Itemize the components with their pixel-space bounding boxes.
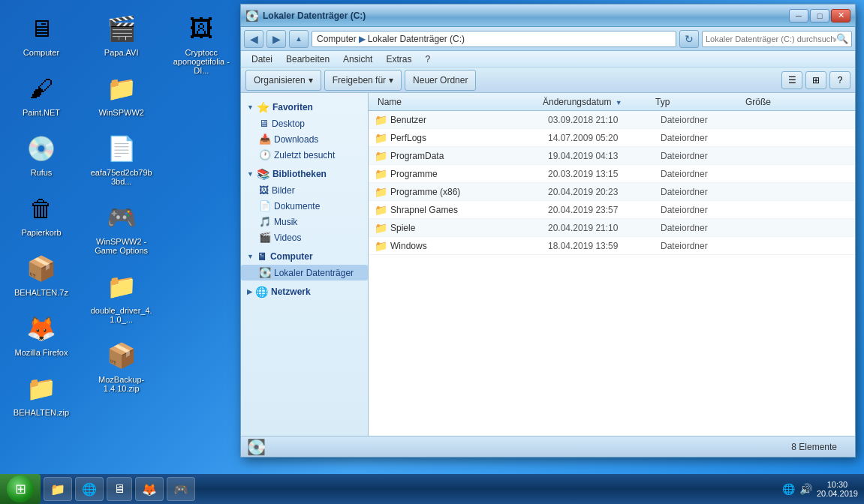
file-name: Benutzer <box>390 115 548 125</box>
nav-item-downloads[interactable]: 📥 Downloads <box>241 131 368 147</box>
taskbar-monitor-icon: 🖥 <box>113 482 125 496</box>
favoriten-expand-icon: ▼ <box>247 104 254 111</box>
tray-clock[interactable]: 10:30 20.04.2019 <box>817 480 858 498</box>
desktop-icon-paintnet[interactable]: 🖌 Paint.NET <box>8 68 75 120</box>
desktop-icon-winspww2[interactable]: 📁 WinSPWW2 <box>88 68 155 120</box>
nav-dokumente-label: Dokumente <box>274 201 320 212</box>
table-row[interactable]: 📁 Windows 18.04.2019 13:59 Dateiordner <box>369 237 855 255</box>
forward-button[interactable]: ▶ <box>266 30 286 48</box>
col-header-name[interactable]: Name <box>375 97 540 107</box>
up-button[interactable]: ▲ <box>289 30 309 48</box>
desktop-icon-winspww2game[interactable]: 🎮 WinSPWW2 - Game Options <box>88 196 155 258</box>
table-row[interactable]: 📁 Benutzer 03.09.2018 21:10 Dateiordner <box>369 111 855 129</box>
mozbackup-icon: 📦 <box>104 338 140 374</box>
view-grid-button[interactable]: ⊞ <box>805 71 826 89</box>
taskbar-item-firefox[interactable]: 🦊 <box>135 477 164 501</box>
new-folder-label: Neuer Ordner <box>413 75 468 86</box>
table-row[interactable]: 📁 Programme (x86) 20.04.2019 20:23 Datei… <box>369 183 855 201</box>
col-header-type[interactable]: Typ <box>652 97 742 107</box>
status-drive: 💽 <box>247 438 266 456</box>
menu-extras[interactable]: Extras <box>380 52 417 66</box>
desktop-icon-papierkorb[interactable]: 🗑 Papierkorb <box>8 188 75 240</box>
taskbar-item-t3[interactable]: 🖥 <box>107 477 132 501</box>
tray-network-icon[interactable]: 🌐 <box>782 483 795 495</box>
col-header-size[interactable]: Größe <box>742 97 817 107</box>
nav-item-lokaler-datentraeger[interactable]: 💽 Lokaler Datenträger <box>241 265 368 280</box>
minimize-button[interactable]: ─ <box>789 9 808 22</box>
bibliotheken-icon: 📚 <box>257 168 269 180</box>
start-orb-icon: ⊞ <box>7 476 34 502</box>
computer-header[interactable]: ▼ 🖥 Computer <box>241 248 368 265</box>
desktop-icon-computer[interactable]: 🖥 Computer <box>8 8 75 60</box>
menu-bearbeiten[interactable]: Bearbeiten <box>280 52 336 66</box>
close-button[interactable]: ✕ <box>831 9 850 22</box>
desktop-icon-label-doubledriver: double_driver_4.1.0_... <box>91 306 152 324</box>
table-row[interactable]: 📁 Shrapnel Games 20.04.2019 23:57 Dateio… <box>369 201 855 219</box>
table-row[interactable]: 📁 Spiele 20.04.2019 21:10 Dateiordner <box>369 219 855 237</box>
search-input[interactable] <box>706 34 836 44</box>
nav-item-desktop[interactable]: 🖥 Desktop <box>241 116 368 131</box>
folder-icon: 📁 <box>375 186 387 198</box>
taskbar-item-explorer[interactable]: 📁 <box>44 477 72 501</box>
netzwerk-header[interactable]: ▶ 🌐 Netzwerk <box>241 284 368 300</box>
desktop-icon-doubledriver[interactable]: 📁 double_driver_4.1.0_... <box>88 266 155 327</box>
table-row[interactable]: 📁 PerfLogs 14.07.2009 05:20 Dateiordner <box>369 129 855 147</box>
rufus-icon: 💿 <box>23 130 59 166</box>
folder-icon: 📁 <box>104 70 140 106</box>
favoriten-header[interactable]: ▼ ⭐ Favoriten <box>241 99 368 116</box>
desktop-icon-eafa75[interactable]: 📄 eafa75ed2cb79b3bd... <box>88 128 155 189</box>
drive-nav-icon: 💽 <box>259 267 271 278</box>
folder-icon: 📁 <box>375 222 387 234</box>
firefox-icon: 🦊 <box>23 310 59 346</box>
netzwerk-label: Netzwerk <box>271 286 311 297</box>
desktop-icon-mozbackup[interactable]: 📦 MozBackup-1.4.10.zip <box>88 334 155 396</box>
desktop-icon-behalten7z[interactable]: 📦 BEHALTEN.7z <box>8 248 75 300</box>
bibliotheken-header[interactable]: ▼ 📚 Bibliotheken <box>241 166 368 182</box>
organize-button[interactable]: Organisieren ▾ <box>245 70 321 91</box>
file-type: Dateiordner <box>661 241 751 251</box>
nav-item-musik[interactable]: 🎵 Musik <box>241 214 368 230</box>
toolbar-right: ☰ ⊞ ? <box>781 71 850 89</box>
folder-icon: 📁 <box>375 132 387 144</box>
file-name: Windows <box>390 241 548 251</box>
taskbar-item-t2[interactable]: 🌐 <box>75 477 104 501</box>
desktop-icon-firefox[interactable]: 🦊 Mozilla Firefox <box>8 308 75 360</box>
breadcrumb-item-computer[interactable]: Computer <box>317 34 357 44</box>
table-row[interactable]: 📁 ProgramData 19.04.2019 04:13 Dateiordn… <box>369 147 855 165</box>
desktop-icon-behaltenzip[interactable]: 📁 BEHALTEN.zip <box>8 368 75 420</box>
folder-icon: 📁 <box>375 204 387 216</box>
back-button[interactable]: ◀ <box>244 30 263 48</box>
help-button[interactable]: ? <box>829 71 850 89</box>
file-list-header: Name Änderungsdatum ▼ Typ Größe <box>369 93 855 111</box>
organize-arrow-icon: ▾ <box>309 75 313 86</box>
file-type: Dateiordner <box>661 115 751 125</box>
nav-item-zuletzt[interactable]: 🕐 Zuletzt besucht <box>241 147 368 163</box>
refresh-button[interactable]: ↻ <box>679 30 699 48</box>
breadcrumb-item-drive[interactable]: Lokaler Datenträger (C:) <box>368 34 465 44</box>
nav-item-dokumente[interactable]: 📄 Dokumente <box>241 198 368 214</box>
menu-datei[interactable]: Datei <box>245 52 278 66</box>
taskbar-item-t5[interactable]: 🎮 <box>167 477 195 501</box>
breadcrumb-bar[interactable]: Computer ▶ Lokaler Datenträger (C:) <box>312 31 676 47</box>
table-row[interactable]: 📁 Programme 20.03.2019 13:15 Dateiordner <box>369 165 855 183</box>
start-button[interactable]: ⊞ <box>0 474 41 504</box>
new-folder-button[interactable]: Neuer Ordner <box>405 70 476 91</box>
view-list-button[interactable]: ☰ <box>781 71 802 89</box>
folder-icon: 📁 <box>375 114 387 126</box>
col-header-date[interactable]: Änderungsdatum ▼ <box>540 97 652 107</box>
bibliotheken-expand-icon: ▼ <box>247 170 254 178</box>
nav-downloads-label: Downloads <box>274 134 318 145</box>
nav-item-videos[interactable]: 🎬 Videos <box>241 230 368 245</box>
share-button[interactable]: Freigeben für ▾ <box>324 70 402 91</box>
desktop-icon-rufus[interactable]: 💿 Rufus <box>8 128 75 180</box>
search-box[interactable]: 🔍 <box>702 31 852 47</box>
explorer-window: 💽 Lokaler Datenträger (C:) ─ □ ✕ ◀ ▶ ▲ C… <box>240 4 856 458</box>
tray-sound-icon[interactable]: 🔊 <box>799 483 812 495</box>
maximize-button[interactable]: □ <box>810 9 829 22</box>
nav-item-bilder[interactable]: 🖼 Bilder <box>241 182 368 198</box>
menu-help[interactable]: ? <box>419 52 436 66</box>
menu-ansicht[interactable]: Ansicht <box>337 52 378 66</box>
desktop-icon-papaavi[interactable]: 🎬 Papa.AVI <box>88 8 155 60</box>
file-type: Dateiordner <box>661 205 751 215</box>
desktop-icon-crypto[interactable]: 🖼 Cryptocc aponogetifolia -DI... <box>167 8 235 78</box>
